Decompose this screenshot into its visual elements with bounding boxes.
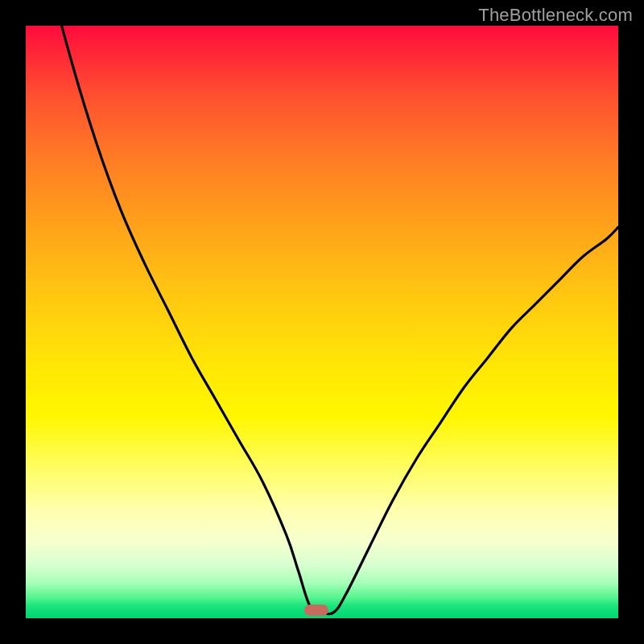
- bottleneck-curve-canvas: [26, 26, 618, 618]
- watermark-text: TheBottleneck.com: [478, 5, 633, 26]
- chart-frame: TheBottleneck.com: [0, 0, 644, 644]
- optimum-marker: [304, 605, 328, 616]
- plot-area: [26, 26, 618, 618]
